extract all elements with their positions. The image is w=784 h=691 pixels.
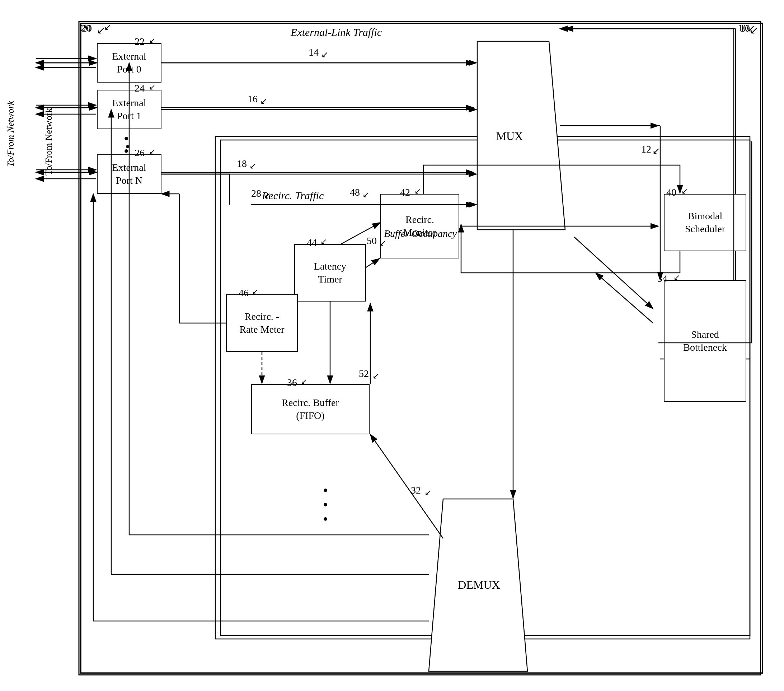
svg-text:↙: ↙	[264, 191, 271, 200]
svg-text:32: 32	[411, 485, 421, 496]
svg-text:•: •	[323, 511, 328, 527]
to-from-network-label: To/From Network	[43, 108, 54, 176]
ref-20-num: 20	[82, 23, 92, 34]
svg-text:↙: ↙	[321, 50, 328, 59]
svg-text:Recirc. Traffic: Recirc. Traffic	[262, 190, 324, 201]
ref-40: 40	[666, 187, 676, 198]
recirc-monitor: Recirc.Monitor	[380, 194, 459, 259]
latency-timer: LatencyTimer	[294, 244, 366, 302]
svg-marker-28	[429, 499, 527, 671]
svg-line-21	[574, 237, 653, 309]
shared-bottleneck: SharedBottleneck	[664, 280, 746, 402]
ref-26: 26	[135, 147, 145, 159]
ref-12-num: 12	[641, 143, 651, 155]
ref-46: 46	[239, 287, 249, 298]
ref-42: 42	[400, 187, 410, 198]
svg-text:DEMUX: DEMUX	[458, 578, 500, 591]
svg-text:28: 28	[251, 188, 261, 199]
ref-24: 24	[135, 82, 145, 94]
svg-line-53	[341, 223, 380, 244]
ext-port-n: ExternalPort N	[97, 154, 161, 194]
svg-text:↙: ↙	[249, 161, 257, 170]
svg-text:MUX: MUX	[496, 130, 523, 142]
ext-port-1: ExternalPort 1	[97, 90, 161, 129]
to-from-network: To/From Network	[5, 101, 16, 167]
svg-text:↙: ↙	[372, 371, 380, 381]
svg-text:48: 48	[350, 187, 360, 198]
svg-rect-24	[81, 23, 763, 673]
recirc-buffer: Recirc. Buffer(FIFO)	[251, 384, 370, 434]
ref-36: 36	[287, 377, 297, 388]
svg-line-54	[366, 259, 380, 267]
svg-text:18: 18	[237, 158, 247, 169]
ref-44: 44	[307, 237, 317, 248]
svg-text:52: 52	[359, 368, 369, 379]
svg-rect-3	[79, 21, 761, 675]
svg-line-58	[370, 434, 443, 538]
svg-marker-26	[477, 41, 565, 230]
svg-text:↙: ↙	[362, 190, 370, 199]
bimodal-scheduler: BimodalScheduler	[664, 194, 746, 251]
svg-text:50: 50	[367, 235, 377, 246]
ref-22: 22	[135, 36, 145, 47]
svg-text:↙: ↙	[260, 97, 267, 106]
svg-text:↙: ↙	[425, 488, 432, 497]
svg-text:14: 14	[309, 47, 319, 58]
ref-10-num: 10	[740, 23, 750, 34]
recirc-rate-meter: Recirc. -Rate Meter	[226, 294, 298, 352]
ref-34: 34	[657, 273, 667, 284]
svg-text:16: 16	[247, 93, 258, 104]
svg-text:•: •	[323, 482, 328, 499]
svg-text:External-Link Traffic: External-Link Traffic	[290, 26, 382, 38]
svg-text:•: •	[323, 497, 328, 513]
ext-port-0: ExternalPort 0	[97, 43, 161, 82]
svg-line-20	[596, 273, 653, 323]
